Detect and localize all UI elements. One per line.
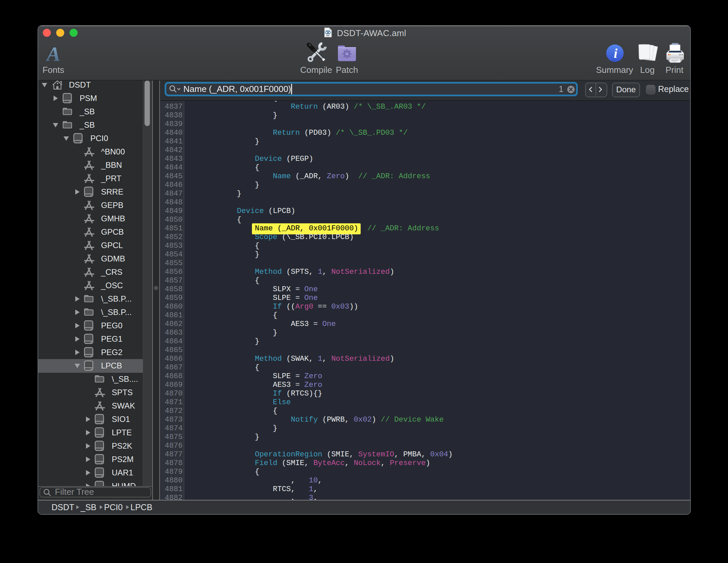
svg-text:A: A	[46, 44, 61, 65]
svg-text:i: i	[614, 46, 617, 61]
